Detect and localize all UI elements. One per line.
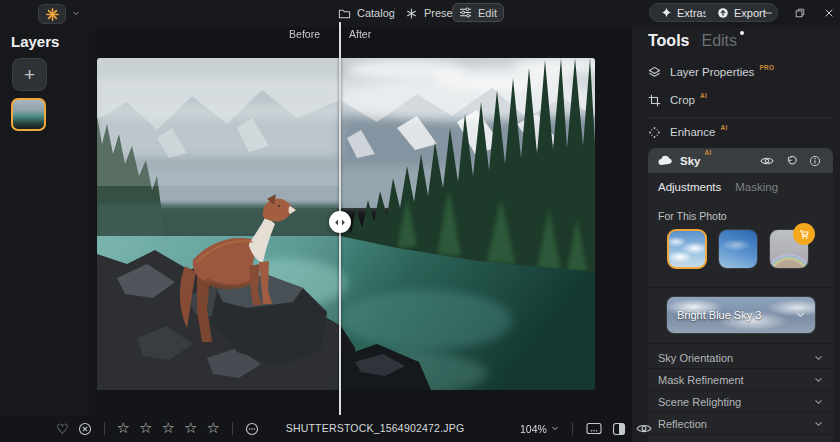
logo-chevron-down-icon[interactable]: [72, 11, 80, 16]
sky-tool-header[interactable]: Sky AI: [648, 148, 833, 173]
tool-enhance[interactable]: Enhance AI: [648, 123, 824, 141]
luminar-starburst-icon: [45, 7, 60, 22]
layer-thumbnail-selected[interactable]: [11, 98, 46, 131]
tab-edits[interactable]: Edits: [701, 32, 737, 50]
luminar-app: Catalog Presets Edit: [0, 0, 840, 442]
sky-info-button[interactable]: [806, 155, 823, 167]
tool-label: Layer Properties: [670, 66, 754, 78]
rating-star-5-icon[interactable]: ☆: [206, 421, 219, 436]
window-close-button[interactable]: [818, 5, 840, 21]
tab-edit-label: Edit: [478, 7, 497, 19]
circle-x-icon: [78, 422, 92, 436]
sky-tool-panel: Sky AI: [648, 148, 833, 442]
close-icon: [824, 8, 834, 18]
section-mask-refinement[interactable]: Mask Refinement: [648, 370, 833, 391]
sky-panel-divider: [648, 343, 833, 344]
layers-panel-title: Layers: [11, 33, 59, 50]
split-view-icon: [612, 422, 626, 436]
rating-star-1-icon[interactable]: ☆: [117, 421, 130, 436]
sky-panel-divider: [648, 287, 833, 288]
app-logo-button[interactable]: [38, 4, 66, 24]
info-icon: [809, 155, 821, 167]
topbar-separator: [394, 8, 395, 19]
rating-star-3-icon[interactable]: ☆: [161, 421, 174, 436]
after-label: After: [349, 28, 371, 40]
export-arrow-icon: [717, 7, 729, 19]
reject-icon[interactable]: [78, 422, 92, 436]
tab-catalog[interactable]: Catalog: [332, 0, 401, 26]
tab-tools[interactable]: Tools: [648, 32, 689, 50]
tool-crop[interactable]: Crop AI: [648, 91, 824, 109]
more-options-icon[interactable]: [245, 422, 259, 436]
crop-icon: [648, 94, 661, 107]
sky-tab-adjustments[interactable]: Adjustments: [658, 181, 721, 193]
purchase-cart-badge[interactable]: [793, 223, 815, 245]
section-sky-orientation[interactable]: Sky Orientation: [648, 348, 833, 369]
add-layer-button[interactable]: +: [12, 58, 47, 91]
sparkle-icon: [661, 7, 672, 18]
sky-preset-thumbnail-2[interactable]: [718, 229, 758, 269]
chevron-down-icon: [551, 426, 559, 431]
tab-edit[interactable]: Edit: [452, 3, 504, 22]
edit-sliders-icon: [459, 6, 472, 19]
edits-update-dot: [740, 31, 744, 35]
rating-star-2-icon[interactable]: ☆: [139, 421, 152, 436]
folder-icon: [338, 7, 351, 20]
statusbar-divider: [104, 422, 105, 435]
section-scene-relighting[interactable]: Scene Relighting: [648, 392, 833, 413]
section-label: Reflection: [658, 418, 707, 430]
cloud-icon: [658, 155, 673, 166]
pro-badge: PRO: [759, 64, 774, 71]
tools-panel: Tools Edits Layer Properties PRO Crop AI: [632, 27, 840, 442]
topbar: Catalog Presets Edit: [0, 0, 840, 27]
window-maximize-button[interactable]: [789, 5, 811, 21]
status-bar: ♡ ☆ ☆ ☆ ☆ ☆ SHUTTERSTOCK_1564902472.JP: [0, 415, 632, 442]
rating-star-4-icon[interactable]: ☆: [184, 421, 197, 436]
screen-icon: [586, 422, 602, 435]
filename-label: SHUTTERSTOCK_1564902472.JPG: [286, 422, 465, 434]
section-label: Mask Refinement: [658, 374, 744, 386]
statusbar-divider: [232, 422, 233, 435]
undo-icon: [785, 155, 797, 167]
plus-icon: +: [24, 65, 35, 84]
compare-view-toggle[interactable]: [612, 422, 626, 436]
eye-icon: [636, 423, 652, 434]
tool-label: Crop: [670, 94, 695, 106]
chevron-down-icon: [796, 312, 805, 318]
tab-catalog-label: Catalog: [357, 7, 395, 19]
window-minimize-button[interactable]: [757, 5, 779, 21]
chevron-down-icon: [814, 377, 823, 383]
sky-group-label: For This Photo: [658, 210, 727, 222]
chevron-down-icon: [814, 355, 823, 361]
circle-ellipsis-icon: [245, 422, 259, 436]
sky-tab-masking[interactable]: Masking: [735, 181, 778, 193]
before-label: Before: [260, 28, 320, 40]
panel-divider: [648, 117, 833, 118]
before-after-slider-handle[interactable]: [329, 211, 351, 233]
enhance-sparkle-icon: [648, 126, 661, 139]
sky-tool-label: Sky: [680, 155, 700, 167]
section-label: Sky Orientation: [658, 352, 733, 364]
zoom-level-control[interactable]: 104%: [520, 423, 559, 435]
quick-preview-toggle[interactable]: [636, 423, 652, 434]
ai-badge: AI: [700, 92, 707, 99]
chevron-down-icon: [814, 421, 823, 427]
sky-preset-thumbnail-1[interactable]: [667, 229, 707, 269]
eye-icon: [760, 156, 774, 166]
section-label: Scene Relighting: [658, 396, 741, 408]
tool-label: Enhance: [670, 126, 715, 138]
sky-reset-button[interactable]: [782, 155, 799, 167]
sky-preset-thumbnail-3[interactable]: [769, 229, 809, 269]
luminar-share-icon[interactable]: [586, 422, 602, 435]
sky-visibility-toggle[interactable]: [758, 156, 775, 166]
sky-select-dropdown[interactable]: Bright Blue Sky 3: [666, 296, 816, 334]
slider-arrows-icon: [334, 217, 346, 228]
section-reflection[interactable]: Reflection: [648, 414, 833, 435]
extras-button-label: Extras: [677, 7, 708, 19]
tool-layer-properties[interactable]: Layer Properties PRO: [648, 63, 824, 81]
chevron-down-icon: [814, 399, 823, 405]
statusbar-divider: [572, 422, 573, 435]
maximize-icon: [795, 8, 805, 18]
favorite-heart-icon[interactable]: ♡: [56, 422, 69, 436]
zoom-level-value: 104%: [520, 423, 547, 435]
